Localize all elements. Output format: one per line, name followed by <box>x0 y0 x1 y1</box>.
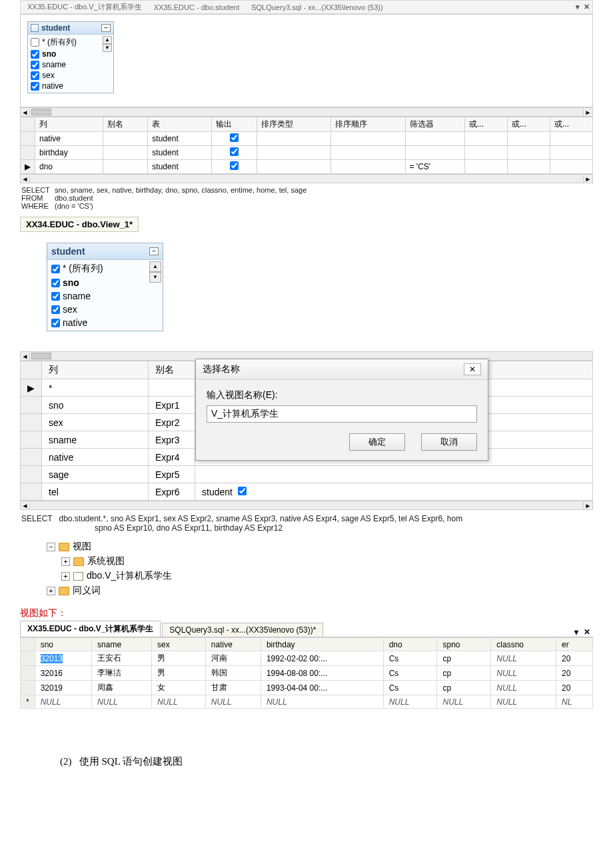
expand-icon[interactable]: + <box>61 557 70 566</box>
close-icon[interactable]: ✕ <box>464 363 481 375</box>
view-designer-pane: student – * (所有列) sno sname sex native ▲… <box>20 14 593 107</box>
chk-output[interactable] <box>230 147 239 156</box>
scroll-up-icon[interactable]: ▲ <box>103 36 112 44</box>
scroll-thumb[interactable] <box>31 353 51 359</box>
collapse-icon[interactable]: − <box>47 543 55 551</box>
scroll-right-icon[interactable]: ► <box>583 175 592 183</box>
col-native: native <box>63 317 87 328</box>
hscrollbar[interactable]: ◄ ► <box>20 174 593 183</box>
scroll-left-icon[interactable]: ◄ <box>21 109 30 116</box>
tab-result-sql[interactable]: SQLQuery3.sql - xx...(XX35\lenovo (53))* <box>162 623 323 637</box>
hdr-sorttype: 排序类型 <box>257 117 330 132</box>
minimize-icon[interactable]: – <box>149 247 159 255</box>
data-row[interactable]: 32016李琳洁男 韩国1994-08-08 00:...Cs cpNULL20 <box>21 666 593 681</box>
view-name-input[interactable] <box>207 405 477 423</box>
chk-sno[interactable] <box>51 279 60 287</box>
close-icon[interactable]: ✕ <box>584 3 590 11</box>
alias-row[interactable]: sageExpr5 <box>21 466 593 483</box>
tab-student[interactable]: XX35.EDUC - dbo.student <box>150 3 243 12</box>
col-sname: sname <box>63 291 91 301</box>
scroll-right-icon[interactable]: ► <box>583 502 592 509</box>
hdr-spno: spno <box>437 638 491 651</box>
minimize-icon[interactable]: – <box>101 24 111 32</box>
scroll-left-icon[interactable]: ◄ <box>21 353 30 360</box>
cell-table[interactable]: student <box>148 146 212 160</box>
table-student-small[interactable]: student – * (所有列) sno sname sex native ▲… <box>27 21 114 93</box>
criteria-row[interactable]: native student <box>21 132 593 146</box>
chk-all[interactable] <box>51 265 60 273</box>
chevron-down-icon[interactable]: ▾ <box>572 627 581 637</box>
tab-sqlquery[interactable]: SQLQuery3.sql - xx...(XX35\lenovo (53)) <box>247 3 386 12</box>
view-icon <box>73 572 83 581</box>
chk-sex[interactable] <box>51 305 60 314</box>
chk-output[interactable] <box>230 161 239 170</box>
tree-sysviews[interactable]: 系统视图 <box>87 555 125 567</box>
cell-col[interactable]: dno <box>35 160 103 174</box>
result-tabstrip: XX35.EDUC - dbo.V_计算机系学生 SQLQuery3.sql -… <box>20 621 593 637</box>
hdr-dno: dno <box>383 638 437 651</box>
data-row[interactable]: 32019周鑫女 甘肃1993-04-04 00:...Cs cpNULL20 <box>21 681 593 695</box>
chk-sex[interactable] <box>31 71 39 80</box>
sql-where: (dno = 'CS') <box>55 202 93 210</box>
expand-icon[interactable]: + <box>61 572 70 581</box>
chk-output[interactable] <box>238 487 247 495</box>
table-student-big[interactable]: student – * (所有列) sno sname sex native ▲… <box>47 243 163 331</box>
sql-pane: SELECTsno, sname, sex, native, birthday,… <box>20 183 593 213</box>
cell-col[interactable]: birthday <box>35 146 103 160</box>
tab-result-view[interactable]: XX35.EDUC - dbo.V_计算机系学生 <box>20 621 161 637</box>
hscrollbar[interactable]: ◄ ► <box>20 501 593 510</box>
tree-viewname[interactable]: dbo.V_计算机系学生 <box>87 570 172 582</box>
sql-text: spno AS Expr10, dno AS Expr11, birthday … <box>95 523 283 533</box>
hdr-sname: sname <box>92 638 152 651</box>
cell-table[interactable]: student <box>148 160 212 174</box>
hdr-birthday: birthday <box>261 638 383 651</box>
scroll-left-icon[interactable]: ◄ <box>21 502 30 509</box>
sql-pane-2: SELECT dbo.student.*, sno AS Expr1, sex … <box>20 510 593 537</box>
kw-where: WHERE <box>21 202 55 210</box>
chevron-down-icon[interactable]: ▾ <box>576 3 580 11</box>
hdr-classno: classno <box>491 638 556 651</box>
hdr-filter: 筛选器 <box>405 117 465 132</box>
step-number: (2) <box>60 756 72 767</box>
chk-native[interactable] <box>51 319 60 327</box>
table-title: student <box>41 23 70 33</box>
tree-synonyms[interactable]: 同义词 <box>73 585 101 597</box>
criteria-row[interactable]: birthday student <box>21 146 593 160</box>
expand-icon[interactable]: + <box>47 587 55 595</box>
hdr-sortorder: 排序顺序 <box>331 117 405 132</box>
cell-sno[interactable]: 32013 <box>41 654 63 663</box>
chk-output[interactable] <box>230 133 239 142</box>
hdr-alias: 别名 <box>103 117 148 132</box>
scroll-down-icon[interactable]: ▼ <box>103 44 112 52</box>
sql-select-cols: sno, sname, sex, native, birthday, dno, … <box>55 186 306 194</box>
tree-views[interactable]: 视图 <box>73 541 91 553</box>
hscrollbar[interactable]: ◄ ► <box>20 107 593 117</box>
cell-alias[interactable] <box>103 132 148 146</box>
footer-step: (2) 使用 SQL 语句创建视图 <box>60 755 593 768</box>
alias-row[interactable]: telExpr6student <box>21 483 593 501</box>
object-explorer-tree: − 视图 + 系统视图 + dbo.V_计算机系学生 + 同义词 <box>47 539 172 598</box>
scroll-down-icon[interactable]: ▼ <box>149 272 161 283</box>
chk-native[interactable] <box>31 82 39 91</box>
tab-view[interactable]: XX35.EDUC - dbo.V_计算机系学生 <box>23 1 146 13</box>
criteria-row[interactable]: ▶ dno student = 'CS' <box>21 160 593 174</box>
data-row[interactable]: 32013 王安石男河南 1992-02-02 00:...Cscp NULL2… <box>21 651 593 666</box>
tab-view1[interactable]: XX34.EDUC - dbo.View_1* <box>20 217 139 232</box>
scroll-thumb[interactable] <box>31 109 51 115</box>
data-row[interactable]: * NULLNULL NULLNULL NULLNULL NULLNULL NL <box>21 695 593 709</box>
cell-table[interactable]: student <box>148 132 212 146</box>
ok-button[interactable]: 确定 <box>349 433 405 451</box>
cancel-button[interactable]: 取消 <box>421 433 477 451</box>
scroll-left-icon[interactable]: ◄ <box>21 175 30 183</box>
hdr-or3: 或... <box>550 117 592 132</box>
scroll-up-icon[interactable]: ▲ <box>149 261 161 272</box>
cell-filter[interactable]: = 'CS' <box>405 160 465 174</box>
chk-sname[interactable] <box>31 61 39 69</box>
chk-sname[interactable] <box>51 292 60 301</box>
cell-col[interactable]: native <box>35 132 103 146</box>
chk-sno[interactable] <box>31 50 39 59</box>
close-icon[interactable]: ✕ <box>581 627 593 637</box>
scroll-right-icon[interactable]: ► <box>583 109 592 116</box>
chk-all[interactable] <box>31 38 39 47</box>
col-native: native <box>42 81 63 91</box>
